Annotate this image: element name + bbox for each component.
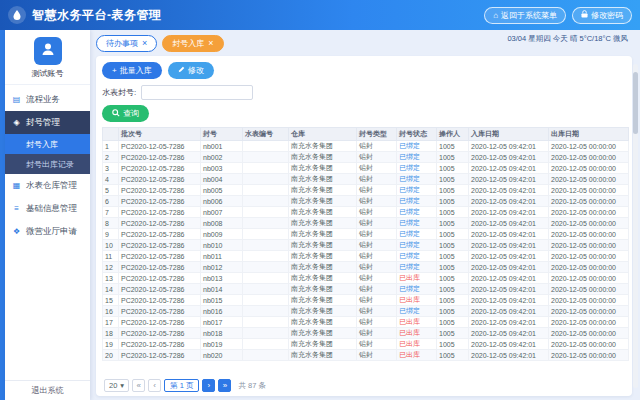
page-size-value: 20: [109, 381, 117, 390]
scrollbar-thumb[interactable]: [633, 72, 638, 134]
last-page-button[interactable]: »: [218, 379, 231, 392]
tab-1[interactable]: 待办事项×: [96, 35, 157, 52]
first-page-button[interactable]: «: [132, 379, 145, 392]
query-row: 查询: [102, 105, 626, 122]
cell-status: 已绑定: [397, 262, 437, 273]
cell-seal: nb013: [201, 273, 243, 284]
cell-seal: nb009: [201, 229, 243, 240]
column-header: 仓库: [289, 128, 357, 141]
table-wrap: 批次号封号水表编号仓库封号类型封号状态操作人入库日期出库日期1PC2020-12…: [102, 127, 626, 361]
sidebar-item-3[interactable]: ▦水表仓库管理: [5, 174, 90, 197]
query-button[interactable]: 查询: [102, 105, 149, 122]
hall-icon: ❖: [12, 227, 21, 236]
cell-warehouse: 南充水务集团: [289, 218, 357, 229]
cell-seal: nb008: [201, 218, 243, 229]
table-row[interactable]: 6PC2020-12-05-7286nb006南充水务集团铅封已绑定100520…: [103, 196, 629, 207]
return-system-menu-button[interactable]: ⌂ 返回于系统菜单: [484, 7, 566, 24]
cell-no: 16: [103, 306, 119, 317]
sidebar-item-2[interactable]: ◈封号管理: [5, 111, 90, 134]
cell-meter: [243, 295, 289, 306]
cell-no: 11: [103, 251, 119, 262]
total-count: 共 87 条: [238, 381, 266, 391]
table-row[interactable]: 10PC2020-12-05-7286nb010南充水务集团铅封已绑定10052…: [103, 240, 629, 251]
sidebar-item-1[interactable]: ▤流程业务: [5, 88, 90, 111]
table-row[interactable]: 7PC2020-12-05-7286nb007南充水务集团铅封已绑定100520…: [103, 207, 629, 218]
cell-seal: nb004: [201, 174, 243, 185]
logout-button[interactable]: 退出系统: [5, 380, 90, 400]
cell-meter: [243, 196, 289, 207]
cell-in_date: 2020-12-05 09:42:01: [469, 218, 549, 229]
cell-in_date: 2020-12-05 09:42:01: [469, 196, 549, 207]
table-row[interactable]: 4PC2020-12-05-7286nb004南充水务集团铅封已绑定100520…: [103, 174, 629, 185]
cell-type: 铅封: [357, 207, 397, 218]
change-password-button[interactable]: 修改密码: [572, 7, 632, 24]
table-row[interactable]: 3PC2020-12-05-7286nb003南充水务集团铅封已绑定100520…: [103, 163, 629, 174]
table-row[interactable]: 8PC2020-12-05-7286nb008南充水务集团铅封已绑定100520…: [103, 218, 629, 229]
vertical-scrollbar[interactable]: [633, 64, 638, 388]
cell-operator: 1005: [437, 185, 469, 196]
pagination: 20 ▾ « ‹ 第 1 页 › » 共 87 条: [104, 379, 266, 392]
table-row[interactable]: 9PC2020-12-05-7286nb009南充水务集团铅封已绑定100520…: [103, 229, 629, 240]
cell-type: 铅封: [357, 185, 397, 196]
info-icon: ≡: [12, 204, 21, 213]
cell-status: 已绑定: [397, 174, 437, 185]
tab-close-icon[interactable]: ×: [142, 39, 147, 48]
sidebar-subitem-1[interactable]: 封号入库: [5, 134, 90, 154]
cell-no: 19: [103, 339, 119, 350]
cell-batch: PC2020-12-05-7286: [119, 295, 201, 306]
sidebar-item-5[interactable]: ❖微营业厅申请: [5, 220, 90, 243]
cell-batch: PC2020-12-05-7286: [119, 218, 201, 229]
cell-meter: [243, 152, 289, 163]
plus-icon: +: [112, 66, 117, 75]
toolbar: + 批量入库 修改: [102, 62, 626, 79]
next-page-button[interactable]: ›: [202, 379, 215, 392]
cell-in_date: 2020-12-05 09:42:01: [469, 306, 549, 317]
cell-meter: [243, 240, 289, 251]
table-row[interactable]: 5PC2020-12-05-7286nb005南充水务集团铅封已绑定100520…: [103, 185, 629, 196]
cell-status: 已绑定: [397, 152, 437, 163]
cell-seal: nb006: [201, 196, 243, 207]
table-row[interactable]: 11PC2020-12-05-7286nb011南充水务集团铅封已绑定10052…: [103, 251, 629, 262]
table-row[interactable]: 18PC2020-12-05-7286nb018南充水务集团铅封已出库10052…: [103, 328, 629, 339]
table-row[interactable]: 2PC2020-12-05-7286nb002南充水务集团铅封已绑定100520…: [103, 152, 629, 163]
cell-operator: 1005: [437, 152, 469, 163]
table-row[interactable]: 14PC2020-12-05-7286nb014南充水务集团铅封已绑定10052…: [103, 284, 629, 295]
seal-icon: ◈: [12, 118, 21, 127]
cell-in_date: 2020-12-05 09:42:01: [469, 262, 549, 273]
meter-seal-input[interactable]: [141, 85, 253, 100]
table-row[interactable]: 20PC2020-12-05-7286nb020南充水务集团铅封已出库10052…: [103, 350, 629, 361]
cell-out_date: 2020-12-05 00:00:00: [549, 152, 629, 163]
cell-meter: [243, 185, 289, 196]
sidebar-item-4[interactable]: ≡基础信息管理: [5, 197, 90, 220]
tab-close-icon[interactable]: ×: [208, 39, 213, 48]
user-panel: 测试账号: [5, 30, 90, 85]
table-row[interactable]: 12PC2020-12-05-7286nb012南充水务集团铅封已绑定10052…: [103, 262, 629, 273]
table-header-row: 批次号封号水表编号仓库封号类型封号状态操作人入库日期出库日期: [103, 128, 629, 141]
cell-in_date: 2020-12-05 09:42:01: [469, 163, 549, 174]
cell-no: 12: [103, 262, 119, 273]
edit-button[interactable]: 修改: [168, 62, 214, 79]
cell-seal: nb011: [201, 251, 243, 262]
table-row[interactable]: 19PC2020-12-05-7286nb019南充水务集团铅封已出库10052…: [103, 339, 629, 350]
cell-batch: PC2020-12-05-7286: [119, 339, 201, 350]
sidebar-subitem-2[interactable]: 封号出库记录: [5, 154, 90, 174]
tab-2[interactable]: 封号入库×: [162, 35, 223, 52]
page-size-select[interactable]: 20 ▾: [104, 379, 129, 392]
prev-page-button[interactable]: ‹: [148, 379, 161, 392]
header-actions: ⌂ 返回于系统菜单 修改密码: [484, 7, 632, 24]
table-row[interactable]: 16PC2020-12-05-7286nb016南充水务集团铅封已绑定10052…: [103, 306, 629, 317]
table-row[interactable]: 1PC2020-12-05-7286nb001南充水务集团铅封已绑定100520…: [103, 141, 629, 152]
table-row[interactable]: 15PC2020-12-05-7286nb015南充水务集团铅封已出库10052…: [103, 295, 629, 306]
cell-operator: 1005: [437, 306, 469, 317]
sidebar-item-label: 水表仓库管理: [26, 180, 77, 192]
sidebar-submenu: 封号入库封号出库记录: [5, 134, 90, 174]
batch-inbound-button[interactable]: + 批量入库: [102, 62, 162, 79]
app-header: 智慧水务平台-表务管理 ⌂ 返回于系统菜单 修改密码: [0, 0, 640, 30]
cell-batch: PC2020-12-05-7286: [119, 152, 201, 163]
table-row[interactable]: 13PC2020-12-05-7286nb013南充水务集团铅封已出库10052…: [103, 273, 629, 284]
cell-no: 5: [103, 185, 119, 196]
cell-in_date: 2020-12-05 09:42:01: [469, 317, 549, 328]
cell-out_date: 2020-12-05 00:00:00: [549, 174, 629, 185]
batch-inbound-label: 批量入库: [120, 65, 152, 76]
table-row[interactable]: 17PC2020-12-05-7286nb017南充水务集团铅封已出库10052…: [103, 317, 629, 328]
